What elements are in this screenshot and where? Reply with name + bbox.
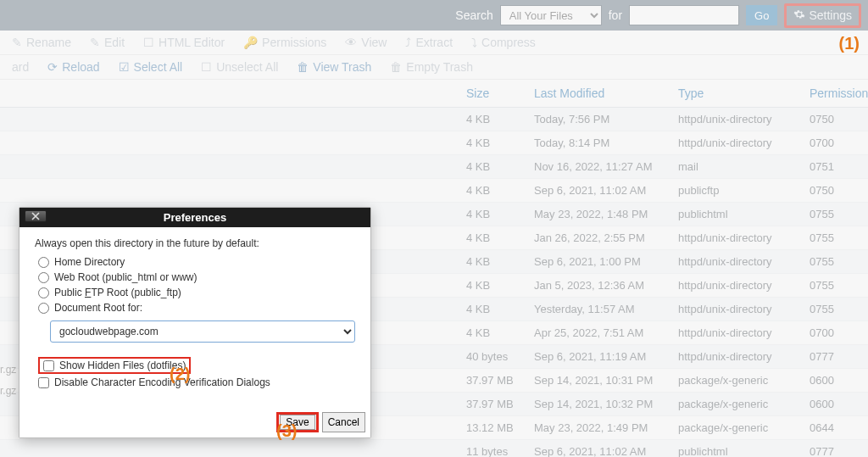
html-icon: ☐ — [143, 36, 154, 49]
view-trash-button[interactable]: 🗑 View Trash — [297, 60, 371, 74]
permissions-button[interactable]: 🔑 Permissions — [243, 36, 326, 49]
cell-type: publichtml — [670, 203, 801, 226]
reload-button[interactable]: ⟳ Reload — [47, 60, 99, 74]
search-input[interactable] — [629, 5, 739, 25]
disable-encoding-row[interactable]: Disable Character Encoding Verification … — [38, 376, 355, 388]
settings-button[interactable]: Settings — [788, 7, 857, 25]
cell-type: httpd/unix-directory — [670, 226, 801, 250]
cell-modified: May 23, 2022, 1:49 PM — [526, 416, 670, 440]
radio-input[interactable] — [38, 303, 49, 314]
cell-type: package/x-generic — [670, 416, 801, 440]
col-modified[interactable]: Last Modified — [526, 80, 670, 108]
modal-titlebar: Preferences — [19, 208, 370, 227]
cell-size: 11 bytes — [458, 440, 526, 458]
extract-icon: ⤴ — [405, 36, 411, 49]
cancel-button[interactable]: Cancel — [322, 412, 365, 432]
eye-icon: 👁 — [345, 36, 357, 49]
unselect-all-button[interactable]: ☐ Unselect All — [201, 60, 278, 74]
cell-permissions: 0755 — [801, 274, 868, 298]
radio-document-root[interactable]: Document Root for: — [38, 302, 355, 314]
cell-modified: Today, 8:14 PM — [526, 131, 670, 155]
table-row[interactable]: 4 KBToday, 7:56 PMhttpd/unix-directory07… — [0, 108, 868, 131]
settings-highlight: Settings — [784, 3, 861, 28]
html-editor-button[interactable]: ☐ HTML Editor — [143, 36, 225, 49]
pencil-icon: ✎ — [90, 36, 100, 49]
cell-modified: May 23, 2022, 1:48 PM — [526, 203, 670, 226]
cell-type: mail — [670, 155, 801, 179]
close-button[interactable] — [25, 210, 47, 222]
cell-modified: Sep 6, 2021, 11:02 AM — [526, 179, 670, 203]
cell-type: httpd/unix-directory — [670, 321, 801, 345]
show-hidden-row[interactable]: Show Hidden Files (dotfiles) — [38, 357, 355, 374]
key-icon: 🔑 — [243, 36, 258, 49]
col-permissions[interactable]: Permissions — [801, 80, 868, 108]
radio-input[interactable] — [38, 272, 49, 283]
extract-button[interactable]: ⤴ Extract — [405, 36, 453, 49]
col-type[interactable]: Type — [670, 80, 801, 108]
radio-input[interactable] — [38, 257, 49, 268]
table-header-row: Size Last Modified Type Permissions — [0, 80, 868, 108]
radio-home-directory[interactable]: Home Directory — [38, 256, 355, 268]
cell-modified: Yesterday, 11:57 AM — [526, 298, 670, 321]
cell-permissions: 0750 — [801, 179, 868, 203]
rename-button[interactable]: ✎ Rename — [12, 36, 71, 49]
cell-permissions: 0777 — [801, 345, 868, 369]
close-icon — [31, 210, 40, 223]
trash-icon: 🗑 — [297, 60, 309, 74]
cell-type: httpd/unix-directory — [670, 250, 801, 274]
reload-icon: ⟳ — [47, 60, 58, 74]
empty-trash-button[interactable]: 🗑 Empty Trash — [390, 60, 473, 74]
cell-size: 4 KB — [458, 321, 526, 345]
domain-select[interactable]: gocloudwebpage.com — [50, 320, 355, 343]
cell-permissions: 0755 — [801, 298, 868, 321]
trash-icon: 🗑 — [390, 60, 402, 74]
cell-permissions: 0700 — [801, 131, 868, 155]
cell-size: 4 KB — [458, 298, 526, 321]
cell-type: httpd/unix-directory — [670, 345, 801, 369]
cell-size: 4 KB — [458, 226, 526, 250]
radio-web-root[interactable]: Web Root (public_html or www) — [38, 271, 355, 283]
left-cutoff: r.gz r.gz — [0, 92, 19, 402]
show-hidden-checkbox[interactable] — [43, 360, 54, 371]
filename-fragment: r.gz — [0, 359, 19, 381]
preferences-modal: Preferences Always open this directory i… — [19, 207, 371, 438]
cell-type: package/x-generic — [670, 369, 801, 393]
cell-type: package/x-generic — [670, 393, 801, 416]
cell-size: 37.97 MB — [458, 393, 526, 416]
table-row[interactable]: 4 KBToday, 8:14 PMhttpd/unix-directory07… — [0, 131, 868, 155]
view-button[interactable]: 👁 View — [345, 36, 387, 49]
cell-size: 4 KB — [458, 155, 526, 179]
cell-size: 4 KB — [458, 108, 526, 131]
toolbar-secondary: ard ⟳ Reload ☑ Select All ☐ Unselect All… — [0, 55, 868, 80]
cell-permissions: 0700 — [801, 321, 868, 345]
radio-ftp-root[interactable]: Public FTP Root (public_ftp) — [38, 287, 355, 298]
cell-type: publichtml — [670, 440, 801, 458]
search-scope-select[interactable]: All Your Files — [500, 5, 602, 25]
show-hidden-label: Show Hidden Files (dotfiles) — [59, 359, 186, 371]
top-search-bar: Search All Your Files for Go Settings — [0, 0, 868, 31]
table-row[interactable]: 4 KBNov 16, 2022, 11:27 AMmail0751 — [0, 155, 868, 179]
cell-size: 37.97 MB — [458, 369, 526, 393]
cell-type: httpd/unix-directory — [670, 298, 801, 321]
radio-input[interactable] — [38, 287, 49, 298]
cell-permissions: 0600 — [801, 393, 868, 416]
modal-body: Always open this directory in the future… — [19, 227, 370, 409]
cell-permissions: 0755 — [801, 226, 868, 250]
compress-button[interactable]: ⤵ Compress — [471, 36, 536, 49]
cell-modified: Apr 25, 2022, 7:51 AM — [526, 321, 670, 345]
cell-size: 4 KB — [458, 179, 526, 203]
show-hidden-highlight: Show Hidden Files (dotfiles) — [38, 357, 191, 374]
edit-button[interactable]: ✎ Edit — [90, 36, 125, 49]
cell-size: 13.12 MB — [458, 416, 526, 440]
disable-encoding-checkbox[interactable] — [38, 377, 49, 388]
table-row[interactable]: 11 bytesSep 6, 2021, 11:02 AMpublichtml0… — [0, 440, 868, 458]
cell-type: httpd/unix-directory — [670, 108, 801, 131]
gear-icon — [793, 8, 805, 23]
select-all-button[interactable]: ☑ Select All — [119, 60, 183, 74]
go-button[interactable]: Go — [746, 5, 777, 25]
filename-fragment: r.gz — [0, 381, 19, 402]
table-row[interactable]: 4 KBSep 6, 2021, 11:02 AMpublicftp0750 — [0, 179, 868, 203]
cell-modified: Sep 6, 2021, 11:19 AM — [526, 345, 670, 369]
col-size[interactable]: Size — [458, 80, 526, 108]
annotation-3: (3) — [276, 421, 297, 441]
